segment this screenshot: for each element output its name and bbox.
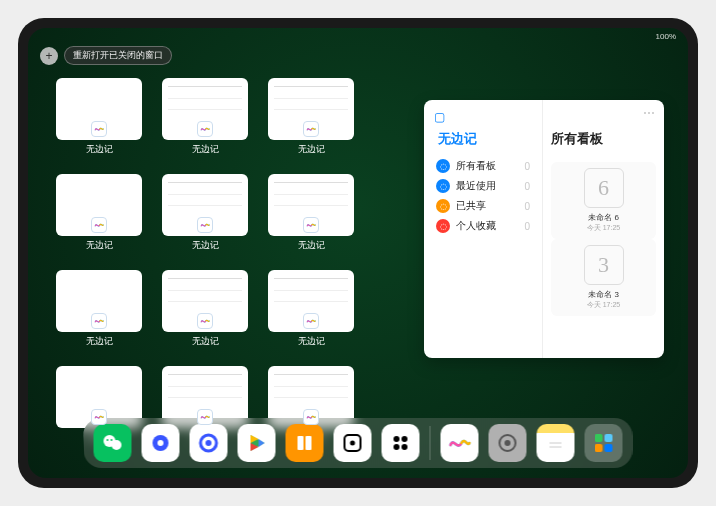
board-name: 未命名 3 xyxy=(588,289,619,300)
freeform-badge-icon xyxy=(197,409,213,425)
window-label: 无边记 xyxy=(298,239,325,252)
dock-app-dice[interactable] xyxy=(334,424,372,462)
sidebar-item-label: 最近使用 xyxy=(456,179,496,193)
svg-point-3 xyxy=(111,439,113,441)
panel-more-icon[interactable]: ⋯ xyxy=(643,106,656,120)
svg-point-19 xyxy=(402,444,408,450)
window-label: 无边记 xyxy=(86,239,113,252)
window-label: 无边记 xyxy=(86,143,113,156)
window-label: 无边记 xyxy=(192,335,219,348)
freeform-badge-icon xyxy=(303,121,319,137)
svg-rect-24 xyxy=(595,434,603,442)
window-preview[interactable] xyxy=(268,174,354,236)
freeform-badge-icon xyxy=(303,313,319,329)
window-thumbnail[interactable]: 无边记 xyxy=(162,78,248,156)
svg-point-17 xyxy=(402,436,408,442)
svg-rect-27 xyxy=(605,444,613,452)
window-label: 无边记 xyxy=(298,143,325,156)
board-name: 未命名 6 xyxy=(588,212,619,223)
sidebar-item-label: 已共享 xyxy=(456,199,486,213)
window-preview[interactable] xyxy=(162,270,248,332)
dock-app-quark[interactable] xyxy=(190,424,228,462)
window-preview[interactable] xyxy=(162,78,248,140)
sidebar-item-icon: ◌ xyxy=(436,179,450,193)
svg-point-7 xyxy=(206,440,212,446)
window-grid: 无边记无边记无边记无边记无边记无边记无边记无边记无边记无边记无边记无边记 xyxy=(56,78,354,444)
new-window-button[interactable]: + xyxy=(40,47,58,65)
freeform-badge-icon xyxy=(197,217,213,233)
freeform-badge-icon xyxy=(197,313,213,329)
sidebar-item[interactable]: ◌所有看板0 xyxy=(434,156,532,176)
svg-marker-11 xyxy=(259,439,265,447)
svg-point-16 xyxy=(394,436,400,442)
window-preview[interactable] xyxy=(268,270,354,332)
dock-app-app-library[interactable] xyxy=(585,424,623,462)
window-thumbnail[interactable]: 无边记 xyxy=(268,270,354,348)
window-thumbnail[interactable]: 无边记 xyxy=(162,270,248,348)
board-card[interactable]: 3未命名 3今天 17:25 xyxy=(551,239,656,316)
window-preview[interactable] xyxy=(268,78,354,140)
sidebar-item[interactable]: ◌个人收藏0 xyxy=(434,216,532,236)
freeform-badge-icon xyxy=(303,217,319,233)
freeform-badge-icon xyxy=(91,121,107,137)
window-thumbnail[interactable]: 无边记 xyxy=(56,78,142,156)
window-label: 无边记 xyxy=(192,239,219,252)
panel-sidebar: 无边记 ◌所有看板0◌最近使用0◌已共享0◌个人收藏0 xyxy=(424,100,542,358)
dock-app-settings[interactable] xyxy=(489,424,527,462)
board-time: 今天 17:25 xyxy=(587,300,620,310)
sidebar-item-count: 0 xyxy=(524,221,530,232)
freeform-panel[interactable]: ⋯ ▢ 无边记 ◌所有看板0◌最近使用0◌已共享0◌个人收藏0 所有看板 6未命… xyxy=(424,100,664,358)
dock xyxy=(84,418,633,468)
freeform-badge-icon xyxy=(303,409,319,425)
dock-app-books[interactable] xyxy=(286,424,324,462)
panel-content: 所有看板 6未命名 6今天 17:253未命名 3今天 17:25 xyxy=(542,100,664,358)
svg-rect-12 xyxy=(298,436,304,450)
ipad-device: 100% + 重新打开已关闭的窗口 无边记无边记无边记无边记无边记无边记无边记无… xyxy=(18,18,698,488)
sidebar-item-icon: ◌ xyxy=(436,159,450,173)
window-preview[interactable] xyxy=(162,174,248,236)
window-preview[interactable] xyxy=(56,270,142,332)
svg-point-1 xyxy=(112,440,122,450)
freeform-badge-icon xyxy=(91,313,107,329)
panel-right-title: 所有看板 xyxy=(551,130,656,148)
freeform-badge-icon xyxy=(91,409,107,425)
sidebar-item-count: 0 xyxy=(524,181,530,192)
window-label: 无边记 xyxy=(298,335,325,348)
dock-app-play[interactable] xyxy=(238,424,276,462)
sidebar-item[interactable]: ◌最近使用0 xyxy=(434,176,532,196)
svg-point-2 xyxy=(107,439,109,441)
dock-app-notes[interactable] xyxy=(537,424,575,462)
window-thumbnail[interactable]: 无边记 xyxy=(268,78,354,156)
panel-app-icon: ▢ xyxy=(434,110,445,124)
window-thumbnail[interactable]: 无边记 xyxy=(56,270,142,348)
board-card[interactable]: 6未命名 6今天 17:25 xyxy=(551,162,656,239)
freeform-badge-icon xyxy=(197,121,213,137)
window-preview[interactable] xyxy=(56,174,142,236)
svg-rect-26 xyxy=(595,444,603,452)
panel-left-title: 无边记 xyxy=(438,130,532,148)
svg-point-5 xyxy=(158,440,164,446)
svg-point-15 xyxy=(350,441,355,446)
window-thumbnail[interactable]: 无边记 xyxy=(56,174,142,252)
board-time: 今天 17:25 xyxy=(587,223,620,233)
sidebar-item-count: 0 xyxy=(524,161,530,172)
sidebar-item-icon: ◌ xyxy=(436,199,450,213)
dock-app-camera-kit[interactable] xyxy=(382,424,420,462)
status-bar: 100% xyxy=(656,32,676,41)
sidebar-item-label: 个人收藏 xyxy=(456,219,496,233)
dock-app-wechat[interactable] xyxy=(94,424,132,462)
dock-app-quark-hd[interactable] xyxy=(142,424,180,462)
sidebar-item-label: 所有看板 xyxy=(456,159,496,173)
ipad-screen: 100% + 重新打开已关闭的窗口 无边记无边记无边记无边记无边记无边记无边记无… xyxy=(28,28,688,478)
window-preview[interactable] xyxy=(56,78,142,140)
svg-rect-13 xyxy=(306,436,312,450)
dock-app-freeform[interactable] xyxy=(441,424,479,462)
reopen-closed-window-button[interactable]: 重新打开已关闭的窗口 xyxy=(64,46,172,65)
top-bar: + 重新打开已关闭的窗口 xyxy=(40,46,172,65)
svg-point-21 xyxy=(505,440,511,446)
board-thumbnail: 3 xyxy=(584,245,624,285)
svg-rect-25 xyxy=(605,434,613,442)
window-thumbnail[interactable]: 无边记 xyxy=(268,174,354,252)
window-thumbnail[interactable]: 无边记 xyxy=(162,174,248,252)
sidebar-item[interactable]: ◌已共享0 xyxy=(434,196,532,216)
